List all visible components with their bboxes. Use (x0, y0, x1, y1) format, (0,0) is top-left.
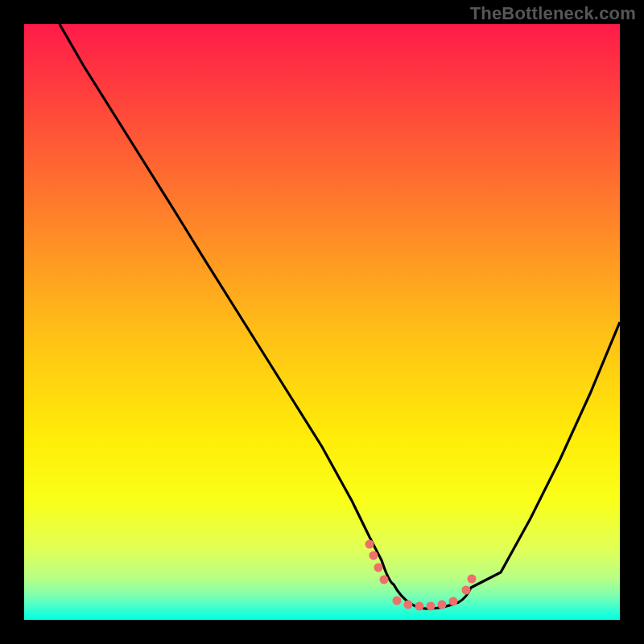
svg-point-7 (427, 602, 436, 611)
svg-point-4 (393, 597, 402, 605)
svg-point-1 (369, 551, 378, 560)
curve-path (60, 24, 620, 609)
svg-point-8 (438, 601, 447, 609)
plot-area (24, 24, 620, 620)
svg-point-9 (449, 597, 458, 606)
chart-frame: TheBottleneck.com (0, 0, 644, 644)
svg-point-6 (415, 602, 424, 611)
svg-point-11 (468, 575, 477, 584)
svg-point-2 (374, 564, 383, 572)
bottleneck-curve (24, 24, 620, 620)
svg-point-10 (462, 586, 471, 595)
svg-point-0 (365, 540, 374, 549)
svg-point-3 (380, 576, 389, 584)
watermark-text: TheBottleneck.com (470, 3, 636, 24)
optimal-range-left-markers (365, 540, 389, 584)
svg-point-5 (404, 601, 413, 609)
optimal-range-right-markers (462, 575, 477, 595)
